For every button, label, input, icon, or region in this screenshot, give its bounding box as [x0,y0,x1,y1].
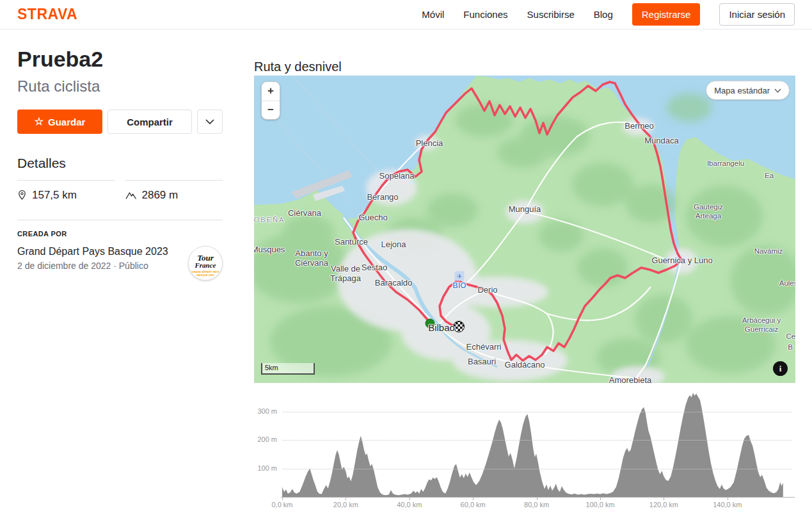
map-label: Berango [367,192,398,202]
map-label: Amorebieta [609,375,651,384]
map-label: Baracaldo [375,278,413,288]
nav-suscribirse[interactable]: Suscribirse [527,9,575,20]
map-label: Lejona [381,240,406,249]
map-label: Gautegiz [694,203,723,211]
x-axis-label: 140,0 km [713,501,742,508]
save-button-label: Guardar [48,117,85,127]
y-axis-label: 100 m [254,464,277,472]
login-button[interactable]: Iniciar sesión [719,3,795,26]
y-axis-label: 200 m [254,435,277,443]
x-axis-tick [728,497,728,500]
map-zoom-control: + − [261,81,280,120]
elevation-area-svg [282,389,795,497]
tour-de-france-badge[interactable]: Tour France GRAND DÉPART PAYS BASQUE 202… [188,246,223,280]
nav-movil[interactable]: Móvil [422,9,444,20]
map-label: Mundaca [644,136,678,145]
gridline [282,440,792,441]
x-axis-tick [410,497,410,500]
creator-meta: 2 de diciembre de 2022 · Público [17,261,188,271]
tdf-text: GRAND DÉPART PAYS BASQUE 2023 [191,271,219,277]
map-label: Echévarri [466,342,502,352]
creator-row: Grand Départ Pays Basque 2023 2 de dicie… [17,246,223,280]
map-label: Ciérvana [295,258,328,268]
more-options-button[interactable] [197,110,223,134]
y-axis-label: 300 m [254,407,277,415]
top-nav: STRAVA Móvil Funciones Suscribirse Blog … [0,0,812,29]
creator-link[interactable]: Grand Départ Pays Basque 2023 [17,246,188,257]
chevron-down-icon [774,88,781,93]
main-nav: Móvil Funciones Suscribirse Blog Registr… [422,3,795,26]
route-sidebar: Prueba2 Ruta ciclista ☆ Guardar Comparti… [17,47,223,280]
map-info-button[interactable]: i [773,361,788,376]
map-label: Basauri [468,357,496,366]
mountain-icon [125,191,137,200]
x-axis-tick [282,497,283,500]
route-map[interactable]: BilbaoPlenciaSopelanaBerangoGuechoSantur… [254,76,795,383]
x-axis-label: 60,0 km [461,501,486,508]
route-stats: 157,5 km 2869 m [17,180,223,202]
action-buttons: ☆ Guardar Compartir [17,110,223,134]
route-type-label: Ruta ciclista [17,77,223,95]
zoom-out-button[interactable]: − [262,101,280,120]
airport-icon: ✈ [455,272,465,281]
register-button[interactable]: Registrarse [632,3,701,26]
gridline [282,412,792,412]
x-axis-line [281,497,795,498]
map-label: Arbácegui y [742,316,781,324]
map-style-selector[interactable]: Mapa estándar [706,81,790,100]
gridline [282,469,792,469]
section-divider [17,220,223,220]
map-label: Guerricaiz [745,325,778,333]
map-labels: BilbaoPlenciaSopelanaBerangoGuechoSantur… [254,76,795,383]
x-axis-tick [664,497,664,500]
created-by-label: CREADA POR [17,230,223,238]
map-label: Derio [477,285,497,295]
x-axis-tick [600,497,601,500]
elevation-stat: 2869 m [125,180,223,202]
nav-blog[interactable]: Blog [594,9,613,20]
map-label: Valle de [331,264,360,273]
map-label: Sopelana [379,171,415,181]
map-label: Ibarrangelu [707,159,744,167]
strava-logo[interactable]: STRAVA [17,5,77,23]
map-section-heading: Ruta y desnivel [254,60,342,74]
map-scale-bar: 5km [261,363,315,375]
save-button[interactable]: ☆ Guardar [17,110,102,134]
chevron-down-icon [205,119,214,124]
x-axis-tick [537,497,537,500]
x-axis-label: 0,0 km [271,501,292,508]
x-axis-label: 80,0 km [524,501,549,508]
map-label: Ciérvana [288,208,321,218]
x-axis-label: 120,0 km [649,501,678,508]
route-title: Prueba2 [17,47,223,71]
map-label: Trápaga [330,273,361,283]
map-label: Abanto y [295,248,328,258]
map-label: Santurce [335,237,368,247]
map-label: Galdácano [505,360,545,370]
details-heading: Detalles [17,156,223,171]
x-axis-label: 100,0 km [585,501,614,508]
map-label: OBEÑA [254,216,285,223]
map-label: Sestao [362,263,387,272]
x-axis-label: 20,0 km [333,501,358,508]
location-pin-icon [17,190,27,201]
nav-funciones[interactable]: Funciones [463,9,507,20]
elevation-plot[interactable] [282,389,795,497]
map-label: Musques [254,245,285,254]
elevation-profile [282,393,783,498]
x-axis-tick [473,497,474,500]
map-label: B [788,343,793,351]
map-label: Ea [765,172,774,179]
map-label: BIO [452,281,466,290]
map-label: Arteaga [696,212,721,220]
share-button[interactable]: Compartir [107,110,192,134]
map-label: Guecho [358,213,388,222]
x-axis-label: 40,0 km [397,501,422,508]
elevation-chart: 100 m200 m300 m0,0 km20,0 km40,0 km60,0 … [254,384,798,519]
star-icon: ☆ [35,117,44,127]
tdf-text: France [189,261,222,269]
distance-value: 157,5 km [32,189,77,202]
zoom-in-button[interactable]: + [262,82,280,101]
map-style-label: Mapa estándar [714,86,770,95]
map-label: Bilbao [428,322,455,333]
